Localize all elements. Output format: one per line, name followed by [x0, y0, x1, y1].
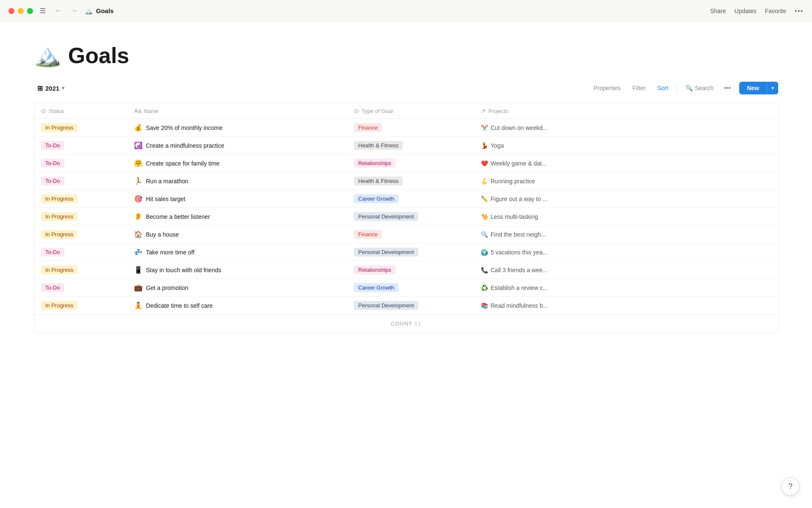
project-emoji: 📚 [481, 302, 488, 309]
goal-name: Take more time off [146, 249, 195, 256]
cell-status: To-Do [34, 243, 127, 261]
nav-controls: ☰ ← → [40, 6, 80, 16]
sort-button[interactable]: Sort [652, 82, 673, 94]
column-goal-type: ⊙ Type of Goal [347, 103, 474, 119]
cell-name: 💤 Take more time off [127, 243, 347, 261]
goal-name: Hit sales target [146, 196, 185, 202]
cell-goal-type: Finance [347, 226, 474, 243]
table-row[interactable]: In Progress 🏠 Buy a house Finance 🔍 Find… [34, 226, 778, 243]
toolbar-more-button[interactable]: ••• [720, 82, 734, 94]
back-button[interactable]: ← [52, 6, 64, 16]
titlebar-page-title: Goals [96, 7, 114, 14]
table-row[interactable]: To-Do 🏃 Run a marathon Health & Fitness … [34, 172, 778, 190]
cell-goal-type: Personal Development [347, 243, 474, 261]
goal-type-badge: Personal Development [354, 212, 418, 221]
chevron-down-icon: ▾ [62, 85, 64, 91]
cell-name: 🏃 Run a marathon [127, 172, 347, 190]
forward-button[interactable]: → [68, 6, 80, 16]
goal-type-badge: Finance [354, 230, 382, 239]
goal-emoji: 🏠 [134, 230, 143, 238]
goal-type-badge: Finance [354, 123, 382, 132]
table-row[interactable]: To-Do ☯️ Create a mindfulness practice H… [34, 137, 778, 155]
table-footer: COUNT 11 [34, 314, 778, 333]
goal-emoji: 💰 [134, 124, 143, 132]
project-emoji: 🌍 [481, 249, 488, 256]
status-badge: To-Do [41, 141, 64, 150]
goal-name: Run a marathon [146, 178, 188, 185]
breadcrumb: 🏔️ Goals [85, 7, 114, 15]
goal-name: Save 20% of monthly income [146, 124, 222, 131]
project-emoji: 🪝 [481, 178, 488, 185]
goal-name: Become a better listener [146, 213, 210, 220]
table-body: In Progress 💰 Save 20% of monthly income… [34, 119, 778, 315]
status-badge: In Progress [41, 123, 77, 132]
cell-project: 📞 Call 3 friends a wee... [474, 261, 778, 279]
project-name: Establish a review c... [491, 284, 548, 291]
table-row[interactable]: To-Do 💤 Take more time off Personal Deve… [34, 243, 778, 261]
help-button[interactable]: ? [782, 478, 799, 495]
cell-goal-type: Relationships [347, 155, 474, 172]
goal-name: Get a promotion [146, 284, 188, 291]
favorite-button[interactable]: Favorite [765, 8, 787, 14]
new-dropdown-button[interactable]: ▾ [767, 82, 778, 94]
properties-button[interactable]: Properties [588, 82, 625, 94]
updates-button[interactable]: Updates [735, 8, 757, 14]
filter-label: Filter [632, 85, 645, 91]
project-name: Call 3 friends a wee... [491, 267, 548, 273]
status-badge: In Progress [41, 194, 77, 203]
minimize-button[interactable] [18, 8, 24, 14]
cell-project: ✏️ Figure out a way to ... [474, 190, 778, 208]
view-selector[interactable]: ⊞ 2021 ▾ [34, 83, 68, 94]
name-column-icon: Aa [134, 108, 141, 114]
cell-goal-type: Personal Development [347, 297, 474, 315]
main-content: 🏔️ Goals ⊞ 2021 ▾ Properties Filter Sort… [0, 22, 812, 333]
count-label: COUNT [391, 320, 412, 327]
cell-project: 📚 Read mindfulness b... [474, 297, 778, 315]
goal-type-badge: Health & Fitness [354, 177, 403, 185]
maximize-button[interactable] [27, 8, 33, 14]
table-row[interactable]: In Progress 🎯 Hit sales target Career Gr… [34, 190, 778, 208]
table-row[interactable]: In Progress 🧘 Dedicate time to self care… [34, 297, 778, 315]
table-row[interactable]: To-Do 🤗 Create space for family time Rel… [34, 155, 778, 172]
cell-project: 🪝 Running practice [474, 172, 778, 190]
column-projects-label: Projects [488, 108, 508, 114]
cell-name: ☯️ Create a mindfulness practice [127, 137, 347, 155]
cell-goal-type: Career Growth [347, 190, 474, 208]
cell-status: To-Do [34, 172, 127, 190]
share-button[interactable]: Share [710, 8, 726, 14]
count-number: 11 [414, 320, 421, 327]
filter-button[interactable]: Filter [627, 82, 650, 94]
table-row[interactable]: In Progress 📱 Stay in touch with old fri… [34, 261, 778, 279]
status-badge: In Progress [41, 301, 77, 310]
cell-name: 📱 Stay in touch with old friends [127, 261, 347, 279]
table-row[interactable]: In Progress 👂 Become a better listener P… [34, 208, 778, 226]
new-button[interactable]: New [739, 82, 767, 94]
titlebar: ☰ ← → 🏔️ Goals Share Updates Favorite ••… [0, 0, 812, 22]
project-name: Figure out a way to ... [491, 196, 548, 202]
goal-name: Stay in touch with old friends [146, 267, 221, 273]
search-button[interactable]: 🔍 Search [680, 82, 719, 94]
cell-goal-type: Health & Fitness [347, 137, 474, 155]
goal-emoji: 💼 [134, 284, 143, 292]
cell-project: 💃 Yoga [474, 137, 778, 155]
properties-label: Properties [593, 85, 620, 91]
goal-type-badge: Relationships [354, 159, 395, 168]
status-badge: To-Do [41, 159, 64, 168]
project-name: Weekly game & dat... [491, 160, 547, 167]
project-name: Read mindfulness b... [491, 302, 548, 309]
sort-label: Sort [657, 85, 668, 91]
sidebar-toggle[interactable]: ☰ [40, 7, 46, 15]
cell-project: 🔍 Find the best neigh... [474, 226, 778, 243]
cell-goal-type: Career Growth [347, 279, 474, 297]
cell-goal-type: Health & Fitness [347, 172, 474, 190]
table-row[interactable]: To-Do 💼 Get a promotion Career Growth ♻️… [34, 279, 778, 297]
project-name: 5 vacations this yea... [491, 249, 548, 256]
toolbar-divider [677, 84, 677, 92]
cell-goal-type: Personal Development [347, 208, 474, 226]
table-row[interactable]: In Progress 💰 Save 20% of monthly income… [34, 119, 778, 137]
project-emoji: ✂️ [481, 124, 488, 131]
close-button[interactable] [8, 8, 14, 14]
more-options-button[interactable]: ••• [795, 8, 804, 14]
status-column-icon: ⊙ [41, 108, 46, 114]
search-label: Search [695, 85, 713, 91]
